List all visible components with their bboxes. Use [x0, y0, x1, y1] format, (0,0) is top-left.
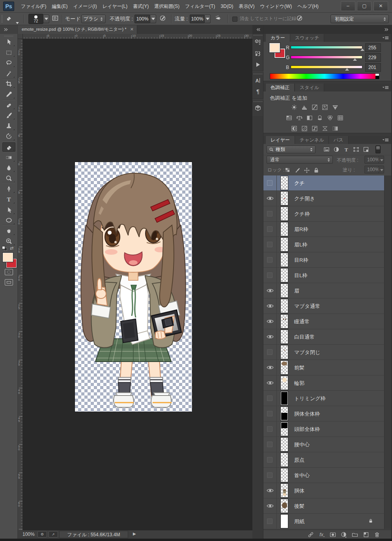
menu-0[interactable]: ファイル(F)	[18, 0, 49, 13]
curves-adjustment-icon[interactable]	[312, 104, 320, 111]
foreground-color-box[interactable]	[269, 43, 280, 52]
brush-size-dropdown[interactable]	[43, 15, 49, 23]
blend-mode-dropdown[interactable]: 通常	[267, 156, 333, 164]
mode-dropdown[interactable]: ブラシ	[81, 15, 106, 23]
foreground-color-swatch[interactable]	[3, 253, 13, 262]
shape-layer-filter-icon[interactable]	[353, 146, 360, 153]
menu-6[interactable]: フィルター(T)	[182, 0, 218, 13]
character-panel-icon[interactable]: A	[253, 76, 263, 86]
visibility-toggle[interactable]	[263, 206, 277, 221]
link-layers-button[interactable]	[308, 532, 314, 538]
clone-stamp-tool[interactable]	[2, 121, 15, 131]
menu-4[interactable]: 書式(Y)	[130, 0, 151, 13]
adjustments-tab-1[interactable]: スタイル	[295, 84, 324, 91]
lasso-tool[interactable]	[2, 58, 15, 68]
visibility-toggle[interactable]	[263, 422, 277, 437]
menu-8[interactable]: 表示(V)	[236, 0, 258, 13]
flow-dropdown[interactable]	[205, 15, 211, 23]
channel-slider[interactable]	[291, 56, 362, 59]
menu-10[interactable]: ヘルプ(H)	[295, 0, 321, 13]
channel-mixer-adjustment-icon[interactable]	[327, 115, 336, 121]
status-menu-arrow[interactable]: ▶	[133, 532, 136, 536]
layer-row[interactable]: 輪郭	[263, 375, 384, 391]
layer-row[interactable]: 腰中心	[263, 437, 384, 452]
channel-slider-thumb[interactable]	[353, 58, 357, 61]
visibility-toggle[interactable]	[263, 252, 277, 267]
lock-position-icon[interactable]	[304, 167, 310, 173]
status-icon-2[interactable]: ↗	[49, 531, 58, 537]
layer-thumbnail[interactable]	[281, 438, 288, 451]
layer-row[interactable]: 前髪	[263, 360, 384, 375]
layer-row[interactable]: トリミング枠	[263, 391, 384, 406]
menu-7[interactable]: 3D(D)	[218, 0, 236, 13]
layer-filter-dropdown[interactable]: 種類	[267, 146, 315, 153]
opacity-value[interactable]: 100%	[134, 15, 150, 23]
magic-wand-tool[interactable]	[2, 69, 15, 78]
layers-tab-0[interactable]: レイヤー	[266, 136, 295, 144]
levels-adjustment-icon[interactable]	[301, 104, 310, 111]
layer-thumbnail[interactable]	[281, 453, 288, 466]
visibility-toggle[interactable]	[263, 268, 277, 283]
minimize-button[interactable]: –	[341, 1, 355, 11]
maximize-button[interactable]: ▢	[357, 1, 371, 11]
properties-panel-icon[interactable]	[253, 38, 263, 47]
layer-thumbnail[interactable]	[281, 299, 288, 313]
options-grip[interactable]	[1, 15, 3, 23]
black-white-adjustment-icon[interactable]	[306, 115, 315, 121]
layer-thumbnail[interactable]	[281, 407, 288, 420]
dock-collapse[interactable]	[252, 25, 263, 34]
vertical-ruler[interactable]: 201510505101520253035404550556065	[18, 39, 23, 530]
layer-list-scroll-gutter[interactable]	[384, 175, 392, 529]
photo-filter-adjustment-icon[interactable]	[317, 115, 325, 121]
tab-close-icon[interactable]: ✕	[130, 25, 134, 34]
color-lookup-adjustment-icon[interactable]	[337, 115, 346, 121]
channel-slider[interactable]	[291, 65, 362, 69]
actions-panel-icon[interactable]	[253, 61, 263, 70]
visibility-toggle[interactable]	[263, 391, 277, 406]
default-colors-icon[interactable]	[2, 246, 7, 251]
pen-tool[interactable]	[2, 184, 15, 194]
menu-3[interactable]: レイヤー(L)	[100, 0, 131, 13]
document-tab[interactable]: emote_resize.psd @ 100% (クチ, RGB/8#/モニター…	[18, 25, 137, 34]
path-selection-tool[interactable]	[2, 205, 15, 215]
add-mask-button[interactable]	[330, 532, 336, 538]
layer-thumbnail[interactable]	[281, 238, 288, 251]
layer-thumbnail[interactable]	[281, 484, 288, 497]
layer-thumbnail[interactable]	[281, 499, 288, 513]
healing-brush-tool[interactable]	[2, 101, 15, 110]
layer-row[interactable]: 胴体	[263, 483, 384, 498]
layer-row[interactable]: 白目通常	[263, 329, 384, 345]
layer-thumbnail[interactable]	[281, 192, 288, 205]
visibility-toggle[interactable]	[263, 222, 277, 237]
panels-collapse[interactable]	[263, 25, 392, 34]
canvas-pasteboard[interactable]	[23, 39, 252, 530]
visibility-toggle[interactable]	[263, 406, 277, 421]
visibility-toggle[interactable]	[263, 237, 277, 252]
gradient-map-adjustment-icon[interactable]	[332, 125, 341, 132]
type-layer-filter-icon[interactable]: T	[343, 146, 350, 153]
layer-thumbnail[interactable]	[281, 315, 288, 328]
invert-adjustment-icon[interactable]	[291, 125, 300, 132]
layer-row[interactable]: 首中心	[263, 468, 384, 483]
layer-thumbnail[interactable]	[281, 468, 288, 482]
posterize-adjustment-icon[interactable]	[301, 125, 310, 132]
zoom-level[interactable]: 100%	[22, 532, 35, 537]
exposure-adjustment-icon[interactable]	[322, 104, 330, 111]
layer-row[interactable]: 後髪	[263, 498, 384, 514]
visibility-toggle[interactable]	[263, 298, 277, 313]
layer-thumbnail[interactable]	[281, 361, 288, 374]
document-canvas[interactable]	[75, 162, 192, 412]
layer-row[interactable]: 瞳通常	[263, 314, 384, 329]
ruler-corner[interactable]	[18, 34, 23, 39]
paragraph-panel-icon[interactable]: ¶	[253, 88, 263, 97]
menu-5[interactable]: 選択範囲(S)	[151, 0, 182, 13]
visibility-toggle[interactable]	[263, 283, 277, 298]
channel-slider-thumb[interactable]	[345, 68, 349, 71]
channel-slider-thumb[interactable]	[360, 49, 364, 51]
zoom-tool[interactable]	[2, 237, 15, 246]
brush-tool[interactable]	[2, 111, 15, 120]
erase-history-checkbox[interactable]	[232, 17, 237, 22]
layer-row[interactable]: クチ枠	[263, 206, 384, 222]
threshold-adjustment-icon[interactable]	[312, 125, 320, 132]
move-tool[interactable]	[2, 37, 15, 47]
